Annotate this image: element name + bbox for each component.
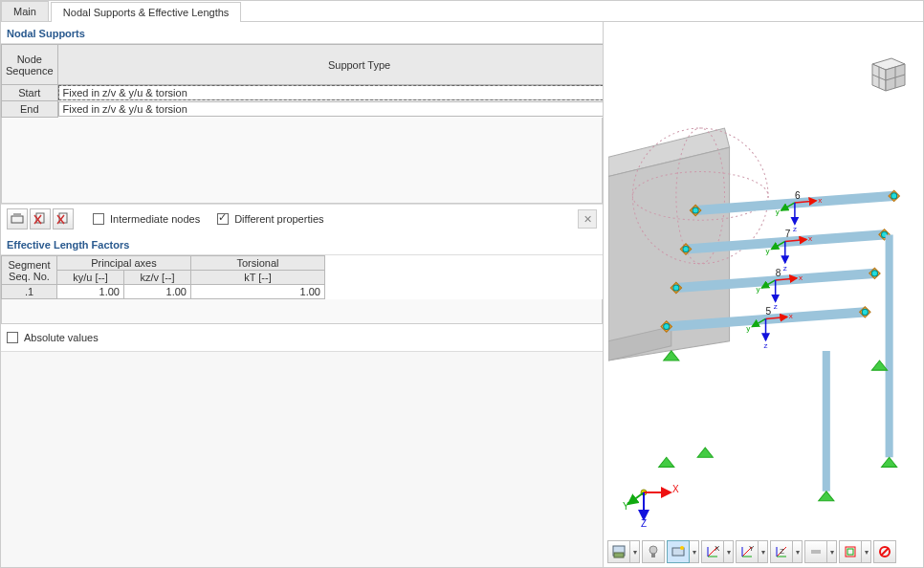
ns-row[interactable]: StartFixed in z/v & y/u & torsion14,15,2… — [2, 85, 605, 101]
axis-z-dropdown[interactable]: ▾ — [793, 540, 803, 563]
svg-point-86 — [649, 546, 657, 554]
svg-point-60 — [664, 324, 670, 330]
svg-text:z: z — [774, 302, 778, 311]
blank-bottom-panel — [1, 351, 603, 567]
model-3d-view[interactable]: 6xyz7xyz8xyz5xyz — [608, 51, 918, 535]
svg-marker-73 — [819, 492, 834, 501]
svg-marker-72 — [659, 457, 674, 467]
svg-text:6: 6 — [795, 190, 801, 201]
svg-rect-102 — [811, 550, 821, 554]
col-node-sequence: Node Sequence — [2, 45, 58, 85]
axis-x-dropdown[interactable]: ▾ — [724, 540, 734, 563]
show-model-dropdown[interactable]: ▾ — [690, 540, 699, 563]
col-kt: kT [--] — [191, 271, 325, 285]
show-model-button[interactable] — [667, 540, 690, 563]
svg-text:Y: Y — [623, 501, 629, 512]
axis-z-button[interactable]: Z — [770, 540, 793, 563]
svg-point-61 — [862, 309, 868, 315]
svg-text:8: 8 — [776, 268, 781, 278]
svg-line-79 — [628, 492, 644, 504]
tab-nodal-supports[interactable]: Nodal Supports & Effective Lengths — [51, 2, 241, 22]
absolute-values-checkbox[interactable]: Absolute values — [7, 332, 99, 343]
svg-rect-104 — [847, 549, 853, 555]
axis-gizmo[interactable]: X Y Z — [623, 471, 680, 529]
section-effective-lengths: Effective Length Factors — [1, 233, 603, 255]
svg-text:x: x — [789, 312, 793, 320]
svg-marker-74 — [882, 457, 897, 467]
svg-text:X: X — [672, 484, 679, 494]
print-view-button[interactable] — [607, 540, 630, 563]
ns-row[interactable]: EndFixed in z/v & y/u & torsion16,17,21,… — [2, 101, 605, 118]
axis-y-button[interactable]: Y — [736, 540, 759, 563]
axis-y-dropdown[interactable]: ▾ — [759, 540, 768, 563]
svg-point-25 — [891, 193, 897, 199]
display-mode-button[interactable] — [804, 540, 827, 563]
svg-text:z: z — [783, 264, 787, 273]
effective-lengths-table: Segment Seq. No. Principal axes Torsiona… — [1, 255, 603, 299]
support-type-cell[interactable]: Fixed in z/v & y/u & torsion — [58, 101, 604, 117]
col-principal: Principal axes — [57, 256, 191, 271]
nodal-supports-toolbar: Intermediate nodes Different properties … — [1, 204, 603, 233]
col-support-type: Support Type — [57, 45, 604, 85]
svg-point-36 — [683, 247, 689, 252]
svg-text:x: x — [818, 196, 822, 205]
print-view-dropdown[interactable]: ▾ — [630, 540, 640, 563]
nodal-supports-empty-area — [1, 118, 603, 204]
intermediate-nodes-checkbox[interactable]: Intermediate nodes — [93, 213, 200, 225]
svg-rect-0 — [11, 216, 23, 223]
render-dropdown[interactable]: ▾ — [862, 540, 871, 563]
svg-point-49 — [871, 271, 877, 276]
svg-rect-85 — [614, 553, 624, 557]
nodal-supports-table: Node Sequence Support Type Fixed Restrai… — [1, 44, 604, 118]
svg-text:z: z — [793, 225, 797, 233]
col-kzv: kz/v [--] — [124, 271, 191, 285]
svg-marker-76 — [664, 351, 679, 360]
delete-row-button[interactable] — [53, 208, 74, 229]
svg-line-106 — [881, 548, 889, 556]
support-type-cell[interactable]: Fixed in z/v & y/u & torsion — [58, 85, 604, 100]
elf-row[interactable]: .11.001.001.00 — [2, 285, 604, 299]
copy-row-button[interactable] — [30, 208, 51, 229]
svg-point-48 — [673, 285, 679, 291]
show-loads-button[interactable] — [642, 540, 665, 563]
reset-view-button[interactable] — [873, 540, 896, 563]
svg-marker-75 — [871, 360, 887, 370]
svg-text:Z: Z — [780, 547, 784, 556]
svg-text:7: 7 — [785, 229, 791, 239]
section-nodal-supports: Nodal Supports — [1, 22, 603, 44]
elf-empty-area — [1, 299, 603, 324]
set-input-button[interactable] — [7, 208, 28, 229]
axis-x-button[interactable]: X — [701, 540, 724, 563]
tab-main[interactable]: Main — [1, 1, 49, 21]
col-segment: Segment Seq. No. — [2, 256, 57, 285]
svg-text:Y: Y — [749, 544, 755, 553]
svg-text:5: 5 — [766, 306, 772, 317]
svg-text:x: x — [808, 234, 812, 243]
close-panel-button[interactable]: ✕ — [578, 209, 597, 229]
col-kyu: ky/u [--] — [57, 271, 124, 285]
tabs-bar: Main Nodal Supports & Effective Lengths — [1, 1, 923, 22]
different-properties-checkbox[interactable]: Different properties — [217, 213, 323, 225]
view-toolbar: ▾ ▾ X▾ Y▾ Z▾ ▾ ▾ — [607, 538, 919, 565]
svg-point-89 — [680, 546, 684, 550]
col-torsional: Torsional — [191, 256, 325, 271]
svg-text:x: x — [799, 273, 803, 282]
svg-marker-71 — [697, 448, 713, 457]
svg-text:z: z — [764, 341, 768, 350]
display-mode-dropdown[interactable]: ▾ — [827, 540, 837, 563]
render-button[interactable] — [839, 540, 862, 563]
svg-text:X: X — [715, 544, 720, 553]
svg-text:Z: Z — [641, 518, 647, 529]
svg-point-24 — [693, 208, 698, 213]
svg-rect-87 — [651, 554, 655, 557]
